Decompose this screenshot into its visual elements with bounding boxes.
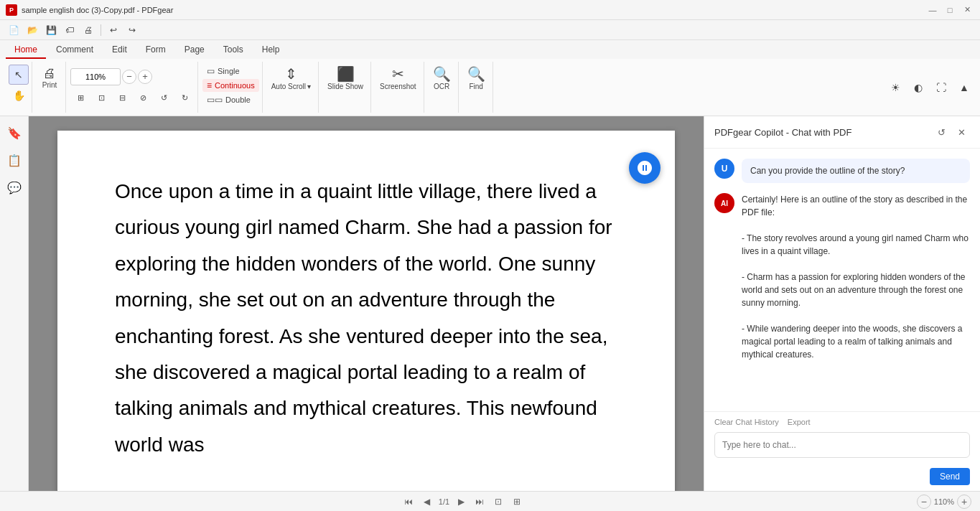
comments-panel-button[interactable]: 💬 <box>4 177 25 198</box>
find-button[interactable]: 🔍 Find <box>463 65 490 93</box>
auto-scroll-icon: ⇕ <box>285 67 297 81</box>
tab-home[interactable]: Home <box>6 42 46 59</box>
ribbon-toolbar: ↖ ✋ 🖨 Print − + ⊞ ⊡ ⊟ ⊘ ↺ <box>0 59 980 116</box>
minimize-button[interactable]: — <box>925 3 940 17</box>
chat-actions: Clear Chat History Export <box>714 418 970 426</box>
rotate-right-btn[interactable]: ↻ <box>174 88 195 108</box>
user-bubble: Can you provide the outline of the story… <box>742 159 970 183</box>
ai-bullet-2: - Charm has a passion for exploring hidd… <box>742 272 966 308</box>
zoom-input[interactable] <box>70 68 121 85</box>
user-avatar: U <box>714 159 734 179</box>
pages-panel-button[interactable]: 📋 <box>4 149 25 171</box>
redo-button[interactable]: ↪ <box>124 22 140 38</box>
screenshot-icon: ✂ <box>392 67 404 81</box>
fit-page-button[interactable]: ⊡ <box>491 494 505 509</box>
statusbar-right: − 110% + <box>917 494 971 509</box>
chat-header: PDFgear Copilot - Chat with PDF ↺ ✕ <box>704 116 980 149</box>
theme-button[interactable]: ◐ <box>908 78 928 98</box>
chat-refresh-button[interactable]: ↺ <box>933 123 950 141</box>
titlebar: P sample english doc (3)-Copy.pdf - PDFg… <box>0 0 980 20</box>
crop-btn-3[interactable]: ⊟ <box>112 88 132 108</box>
crop-row: ⊞ ⊡ ⊟ ⊘ ↺ ↻ <box>70 88 195 108</box>
open-button[interactable]: 📂 <box>24 22 40 38</box>
screenshot-button[interactable]: ✂ Screenshot <box>375 65 421 93</box>
single-view-button[interactable]: ▭ Single <box>202 65 259 78</box>
slide-show-icon: ⬛ <box>337 67 355 81</box>
ribbon-right-controls: ☀ ◐ ⛶ ▲ <box>885 78 974 98</box>
view-modes-top: ▭ Single ≡ Continuous ▭▭ Double <box>202 63 259 111</box>
chat-input-area <box>714 432 970 458</box>
chat-header-buttons: ↺ ✕ <box>933 123 970 141</box>
auto-scroll-group: ⇕ Auto Scroll ▾ <box>264 62 319 113</box>
close-button[interactable]: ✕ <box>960 3 974 17</box>
hand-tool-button[interactable]: ✋ <box>9 85 29 106</box>
crop-btn-2[interactable]: ⊡ <box>91 88 111 108</box>
statusbar-center: ⏮ ◀ 1/1 ▶ ⏭ ⊡ ⊞ <box>401 494 524 509</box>
zoom-group: − + ⊞ ⊡ ⊟ ⊘ ↺ ↻ <box>67 62 198 113</box>
fullscreen-button[interactable]: ⛶ <box>931 78 951 98</box>
tab-form[interactable]: Form <box>137 42 174 59</box>
tab-edit[interactable]: Edit <box>103 42 136 59</box>
tab-help[interactable]: Help <box>253 42 289 59</box>
zoom-out-button[interactable]: − <box>122 70 136 84</box>
auto-scroll-button[interactable]: ⇕ Auto Scroll ▾ <box>267 65 315 93</box>
auto-scroll-label: Auto Scroll ▾ <box>271 83 311 90</box>
view-modes-group: ▭ Single ≡ Continuous ▭▭ Double <box>200 62 263 113</box>
cursor-hand-tools: ↖ ✋ <box>9 65 29 106</box>
continuous-view-button[interactable]: ≡ Continuous <box>202 79 259 92</box>
qat-separator <box>101 24 101 36</box>
tab-comment[interactable]: Comment <box>47 42 102 59</box>
tag-button[interactable]: 🏷 <box>62 22 78 38</box>
new-button[interactable]: 📄 <box>6 22 22 38</box>
prev-page-button[interactable]: ◀ <box>420 494 434 509</box>
zoom-out-status-button[interactable]: − <box>917 494 931 509</box>
copilot-float-button[interactable] <box>629 152 661 184</box>
collapse-ribbon-button[interactable]: ▲ <box>954 78 974 98</box>
tab-tools[interactable]: Tools <box>215 42 252 59</box>
tab-page[interactable]: Page <box>176 42 213 59</box>
double-icon: ▭▭ <box>207 95 223 105</box>
double-view-button[interactable]: ▭▭ Double <box>202 93 259 106</box>
print-button[interactable]: 🖨 Print <box>37 65 62 91</box>
ai-response-intro: Certainly! Here is an outline of the sto… <box>742 194 967 217</box>
chat-close-button[interactable]: ✕ <box>953 123 970 141</box>
ocr-top: 🔍 OCR <box>429 63 455 111</box>
slide-show-button[interactable]: ⬛ Slide Show <box>323 65 368 93</box>
maximize-button[interactable]: □ <box>943 3 957 17</box>
rotate-left-btn[interactable]: ↺ <box>154 88 174 108</box>
zoom-in-status-button[interactable]: + <box>957 494 971 509</box>
ocr-icon: 🔍 <box>433 67 451 81</box>
auto-scroll-top: ⇕ Auto Scroll ▾ <box>267 63 315 111</box>
chat-messages: U Can you provide the outline of the sto… <box>704 149 980 411</box>
clear-history-button[interactable]: Clear Chat History <box>714 418 779 426</box>
window-controls: — □ ✕ <box>925 3 974 17</box>
send-button[interactable]: Send <box>930 468 970 485</box>
ocr-button[interactable]: 🔍 OCR <box>429 65 455 93</box>
chat-input[interactable] <box>722 440 962 450</box>
export-button[interactable]: Export <box>788 418 811 426</box>
print-qat-button[interactable]: 🖨 <box>80 22 96 38</box>
ai-message: AI Certainly! Here is an outline of the … <box>714 193 970 361</box>
ai-bubble: Certainly! Here is an outline of the sto… <box>742 193 970 361</box>
single-label: Single <box>218 67 240 75</box>
pdf-page: Once upon a time in a quaint little vill… <box>57 131 675 491</box>
fit-width-button[interactable]: ⊞ <box>510 494 524 509</box>
send-row: Send <box>714 462 970 485</box>
undo-button[interactable]: ↩ <box>106 22 121 38</box>
crop-btn-4[interactable]: ⊘ <box>133 88 153 108</box>
next-page-button[interactable]: ▶ <box>454 494 468 509</box>
find-group: 🔍 Find <box>460 62 493 113</box>
copilot-icon <box>636 159 653 177</box>
statusbar: ⏮ ◀ 1/1 ▶ ⏭ ⊡ ⊞ − 110% + <box>0 491 980 511</box>
crop-btn-1[interactable]: ⊞ <box>70 88 90 108</box>
cursor-tool-button[interactable]: ↖ <box>9 65 29 85</box>
first-page-button[interactable]: ⏮ <box>401 494 416 509</box>
double-label: Double <box>225 95 251 104</box>
zoom-in-button[interactable]: + <box>138 70 152 84</box>
save-button[interactable]: 💾 <box>43 22 59 38</box>
brightness-button[interactable]: ☀ <box>885 78 905 98</box>
bookmark-panel-button[interactable]: 🔖 <box>4 122 25 144</box>
ai-bullet-1: - The story revolves around a young girl… <box>742 233 969 256</box>
pdf-area[interactable]: Once upon a time in a quaint little vill… <box>29 116 704 491</box>
last-page-button[interactable]: ⏭ <box>472 494 487 509</box>
